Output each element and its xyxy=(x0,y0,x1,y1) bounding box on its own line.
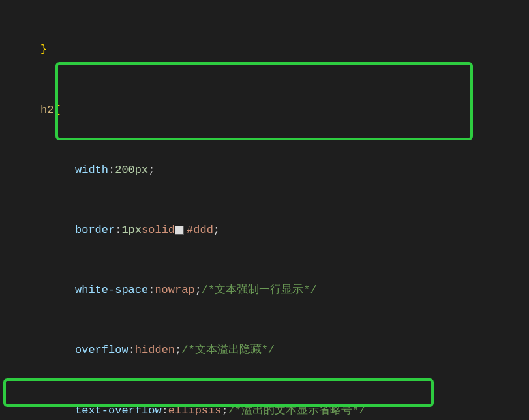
brace-open: { xyxy=(53,100,60,121)
code-line: text-overflow: ellipsis; /*溢出的文本显示省略号*/ xyxy=(7,400,529,420)
css-value: 1px xyxy=(121,220,142,241)
color-swatch-icon[interactable] xyxy=(175,226,184,235)
css-value: 200px xyxy=(115,160,148,181)
css-property: width xyxy=(75,160,108,181)
css-value: solid xyxy=(142,220,175,241)
css-property: white-space xyxy=(75,280,148,301)
css-value: ellipsis xyxy=(168,401,222,420)
code-line: h2{ xyxy=(7,100,529,120)
css-property: text-overflow xyxy=(75,401,162,420)
brace-close: } xyxy=(40,40,47,60)
css-selector: h2 xyxy=(40,100,53,121)
css-value: nowrap xyxy=(155,280,194,301)
css-value: #ddd xyxy=(187,220,213,241)
code-line: } xyxy=(7,40,529,60)
code-line: width: 200px; xyxy=(7,160,529,181)
code-line: white-space: nowrap; /*文本强制一行显示*/ xyxy=(7,280,529,301)
css-value: hidden xyxy=(135,340,175,361)
css-property: border xyxy=(75,220,115,241)
code-editor[interactable]: } h2{ width: 200px; border: 1px solid #d… xyxy=(0,0,529,420)
css-comment: /*文本强制一行显示*/ xyxy=(202,280,317,301)
code-line: border: 1px solid #ddd; xyxy=(7,220,529,241)
css-property: overflow xyxy=(75,340,128,361)
css-comment: /*溢出的文本显示省略号*/ xyxy=(228,401,366,420)
code-line: overflow: hidden; /*文本溢出隐藏*/ xyxy=(7,340,529,361)
css-comment: /*文本溢出隐藏*/ xyxy=(181,340,275,361)
